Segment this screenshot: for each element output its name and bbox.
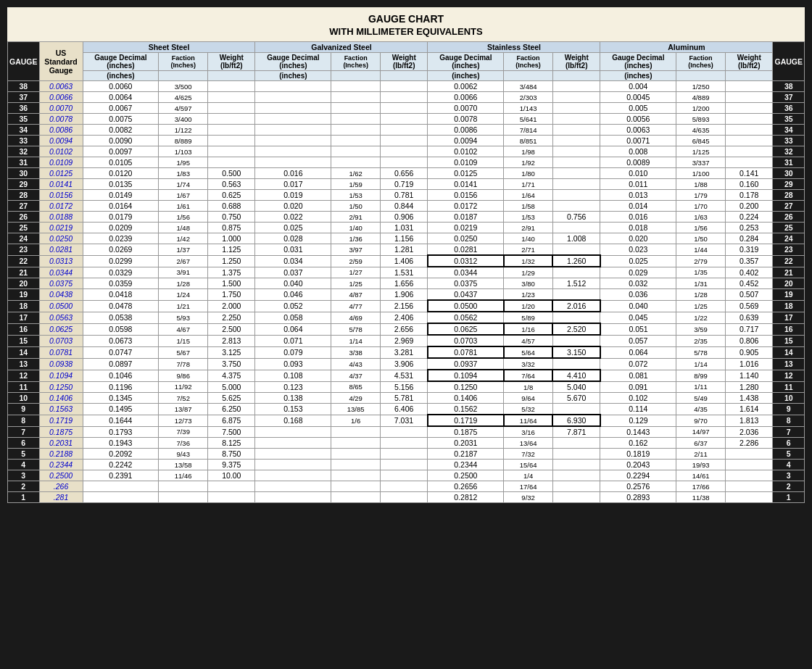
gauge-num-right: 11 bbox=[773, 381, 805, 393]
al-weight: 1.140 bbox=[725, 370, 773, 381]
g-decimal: 0.040 bbox=[255, 278, 331, 289]
table-row: 100.14060.13457/525.6250.1384/295.7810.1… bbox=[8, 393, 805, 404]
main-title: GAUGE CHART bbox=[7, 7, 805, 26]
g-weight bbox=[381, 146, 428, 157]
gauge-num-left: 17 bbox=[8, 312, 40, 323]
st-fraction: 1/20 bbox=[504, 300, 553, 312]
ss-weight: 3.125 bbox=[208, 346, 255, 358]
us-standard-val: 0.0500 bbox=[39, 300, 83, 312]
gauge-num-right: 2 bbox=[773, 481, 805, 492]
ss-fraction: 13/87 bbox=[159, 404, 208, 415]
al-decimal: 0.051 bbox=[600, 323, 676, 335]
ss-decimal: 0.0090 bbox=[83, 136, 159, 146]
g-fraction: 1/59 bbox=[331, 179, 381, 190]
g-weight: 4.531 bbox=[381, 370, 428, 381]
ss-fraction: 3/400 bbox=[159, 114, 208, 125]
ss-decimal: 0.0299 bbox=[83, 255, 159, 267]
g-weight: 2.406 bbox=[381, 312, 428, 323]
ss-faction-sub bbox=[159, 71, 208, 81]
ss-fraction: 7/39 bbox=[159, 426, 208, 438]
al-weight: 0.253 bbox=[725, 223, 773, 233]
table-row: 170.05630.05385/932.2500.0584/692.4060.0… bbox=[8, 312, 805, 323]
table-row: 250.02190.02091/480.8750.0251/401.0310.0… bbox=[8, 223, 805, 233]
ss-weight: 4.375 bbox=[208, 370, 255, 381]
al-gauge-decimal: Gauge Decimal (inches) bbox=[600, 53, 676, 71]
ss-weight: 1.250 bbox=[208, 255, 255, 267]
ss-decimal: 0.0359 bbox=[83, 278, 159, 289]
st-fraction: 3/32 bbox=[504, 358, 553, 370]
ss-weight bbox=[208, 114, 255, 125]
ss-weight bbox=[208, 92, 255, 103]
us-standard-val: 0.0188 bbox=[39, 212, 83, 223]
gauge-num-left: 1 bbox=[8, 492, 40, 503]
g-gauge-decimal: Gauge Decimal (inches) bbox=[255, 53, 331, 71]
ss-fraction: 1/48 bbox=[159, 223, 208, 233]
gauge-num-left: 34 bbox=[8, 125, 40, 136]
st-weight bbox=[552, 136, 600, 146]
g-fraction: 1/14 bbox=[331, 335, 381, 346]
us-standard-val: 0.1875 bbox=[39, 426, 83, 438]
al-weight: 0.402 bbox=[725, 267, 773, 278]
ss-decimal: 0.0239 bbox=[83, 233, 159, 244]
al-weight bbox=[725, 157, 773, 168]
st-decimal: 0.0125 bbox=[428, 168, 504, 179]
galv-steel-header: Galvanized Steel bbox=[255, 42, 428, 53]
st-decimal: 0.0109 bbox=[428, 157, 504, 168]
gauge-num-left: 5 bbox=[8, 449, 40, 460]
st-fraction: 15/64 bbox=[504, 460, 553, 470]
st-decimal: 0.0781 bbox=[428, 346, 504, 358]
al-fraction: 1/79 bbox=[676, 190, 726, 201]
ss-weight: 5.000 bbox=[208, 381, 255, 393]
al-decimal: 0.014 bbox=[600, 201, 676, 212]
al-decimal: 0.025 bbox=[600, 255, 676, 267]
gauge-num-right: 13 bbox=[773, 358, 805, 370]
ss-decimal: 0.0179 bbox=[83, 212, 159, 223]
ss-fraction: 5/67 bbox=[159, 346, 208, 358]
gauge-num-right: 38 bbox=[773, 81, 805, 92]
ss-weight: 7.500 bbox=[208, 426, 255, 438]
ss-weight: 8.750 bbox=[208, 449, 255, 460]
gauge-num-right: 30 bbox=[773, 168, 805, 179]
g-weight: 5.156 bbox=[381, 381, 428, 393]
al-fraction: 5/893 bbox=[676, 114, 726, 125]
st-weight: Weight (lb/ft2) bbox=[552, 53, 600, 71]
st-fraction: 1/32 bbox=[504, 255, 553, 267]
gauge-num-right: 26 bbox=[773, 212, 805, 223]
g-fraction bbox=[331, 81, 381, 92]
ss-fraction: 1/67 bbox=[159, 190, 208, 201]
gauge-num-right: 6 bbox=[773, 438, 805, 449]
gauge-num-right: 5 bbox=[773, 449, 805, 460]
al-fraction: 2/79 bbox=[676, 255, 726, 267]
st-decimal: 0.0066 bbox=[428, 92, 504, 103]
al-fraction: 5/78 bbox=[676, 346, 726, 358]
al-wt-sub bbox=[725, 71, 773, 81]
table-row: 330.00940.00908/8890.00948/8510.00716/84… bbox=[8, 136, 805, 146]
al-decimal: 0.004 bbox=[600, 81, 676, 92]
table-row: 1.2810.28129/320.289311/381 bbox=[8, 492, 805, 503]
ss-weight bbox=[208, 125, 255, 136]
al-weight: 2.036 bbox=[725, 426, 773, 438]
gauge-num-right: 22 bbox=[773, 255, 805, 267]
al-decimal: 0.057 bbox=[600, 335, 676, 346]
ss-weight: 6.875 bbox=[208, 415, 255, 426]
ss-decimal: 0.0060 bbox=[83, 81, 159, 92]
ss-fraction: 9/86 bbox=[159, 370, 208, 381]
al-fraction: 2/35 bbox=[676, 335, 726, 346]
table-row: 350.00780.00753/4000.00785/6410.00565/89… bbox=[8, 114, 805, 125]
st-decimal: 0.2031 bbox=[428, 438, 504, 449]
st-wt-sub bbox=[552, 71, 600, 81]
ss-weight: 0.563 bbox=[208, 179, 255, 190]
g-weight: 1.156 bbox=[381, 233, 428, 244]
gauge-num-left: 16 bbox=[8, 323, 40, 335]
al-weight: 0.178 bbox=[725, 190, 773, 201]
g-weight bbox=[381, 426, 428, 438]
gauge-num-right: 7 bbox=[773, 426, 805, 438]
gauge-num-left: 11 bbox=[8, 381, 40, 393]
g-weight: 1.406 bbox=[381, 255, 428, 267]
g-fraction: 3/38 bbox=[331, 346, 381, 358]
ss-faction: Faction (Inches) bbox=[159, 53, 208, 71]
us-standard-val: 0.1250 bbox=[39, 381, 83, 393]
st-fraction: 2/91 bbox=[504, 223, 553, 233]
al-fraction: 1/100 bbox=[676, 168, 726, 179]
us-standard-val: 0.0438 bbox=[39, 289, 83, 301]
